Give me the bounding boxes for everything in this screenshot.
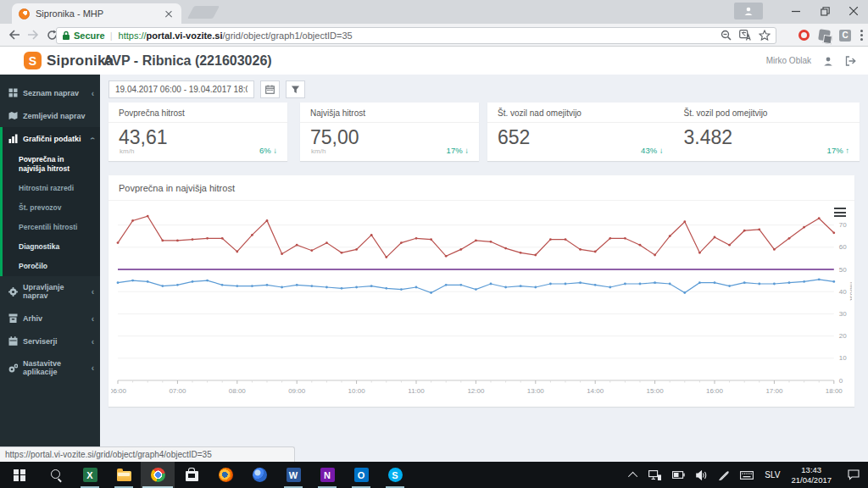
tab-title: Sipronika - MHP [36, 8, 163, 19]
svg-text:13:00: 13:00 [527, 387, 545, 395]
taskbar-word-button[interactable]: W [276, 462, 310, 488]
main-content: Povprečna hitrost43,61km/h6% ↓Najvišja h… [100, 75, 868, 462]
action-center-icon[interactable] [848, 469, 860, 480]
taskbar-outlook-button[interactable]: O [344, 462, 378, 488]
svg-text:70: 70 [839, 221, 847, 229]
sidebar-item-arhiv[interactable]: Arhiv‹ [0, 307, 100, 330]
svg-text:18:00: 18:00 [826, 387, 843, 395]
person-icon [743, 6, 754, 16]
window-minimize-button[interactable] [782, 0, 810, 22]
bookmark-star-icon[interactable] [759, 30, 771, 41]
secure-label[interactable]: Secure [74, 30, 105, 41]
new-tab-button[interactable] [187, 6, 220, 19]
network-icon[interactable] [648, 470, 661, 480]
tray-clock[interactable]: 13:4321/04/2017 [791, 465, 832, 485]
user-name[interactable]: Mirko Oblak [766, 56, 811, 65]
sidebar-item-label: Serviserji [23, 337, 58, 346]
window-close-button[interactable] [839, 0, 868, 22]
taskbar-skype-button[interactable]: S [378, 462, 412, 488]
user-icon[interactable] [823, 56, 833, 66]
tray-time: 13:43 [791, 465, 832, 475]
sidebar-item-serviserji[interactable]: Serviserji‹ [0, 330, 100, 352]
excel-icon: X [83, 468, 97, 482]
sidebar-item-label: Arhiv [23, 314, 42, 323]
sidebar-group-serviserji: Serviserji‹ [0, 330, 100, 352]
svg-text:10: 10 [839, 354, 847, 362]
taskbar-excel-button[interactable]: X [73, 462, 107, 488]
stat-card-najvi-ja-hitrost: Najvišja hitrost75,00km/h17% ↓ [300, 103, 479, 161]
sidebar-subitem-t-prevozov[interactable]: Št. prevozov [3, 198, 100, 218]
zoom-icon[interactable] [721, 30, 732, 41]
sidebar-item-label: Seznam naprav [23, 89, 79, 97]
svg-text:10:00: 10:00 [348, 387, 366, 395]
svg-text:07:00: 07:00 [169, 387, 186, 395]
sidebar-item-upravljanje-naprav[interactable]: Upravljanje naprav‹ [0, 276, 100, 307]
logout-icon[interactable] [845, 56, 856, 66]
filter-button[interactable] [286, 80, 305, 98]
battery-icon[interactable] [672, 471, 685, 479]
map-icon [8, 111, 18, 120]
sidebar-subitem-hitrostni-razredi[interactable]: Hitrostni razredi [3, 179, 100, 198]
tray-chevron-up-icon[interactable] [631, 472, 637, 479]
svg-text:60: 60 [839, 243, 847, 251]
svg-text:17:00: 17:00 [765, 387, 783, 395]
address-bar[interactable]: Secure | https://portal.vi-vozite.si/gri… [56, 27, 776, 44]
date-range-input[interactable] [108, 80, 254, 98]
sidebar-item-nastavitve-aplikacije[interactable]: Nastavitve aplikacije‹ [0, 352, 100, 383]
browser-tab[interactable]: Sipronika - MHP [12, 3, 181, 24]
sipronika-logo: S Sipronika [24, 52, 114, 69]
tray-language[interactable]: SLV [765, 470, 780, 480]
sidebar-item-label: Nastavitve aplikacije [23, 359, 88, 376]
svg-text:08:00: 08:00 [229, 387, 247, 395]
taskbar-google-earth-button[interactable] [242, 462, 276, 488]
keyboard-icon[interactable] [740, 471, 754, 480]
forward-button[interactable] [25, 27, 41, 42]
taskbar-file-explorer-button[interactable] [107, 462, 141, 488]
sidebar-item-grafi-ni-podatki[interactable]: Grafični podatki‹ [3, 127, 100, 150]
grid-icon [8, 88, 18, 97]
extension-avast-icon[interactable] [818, 29, 831, 42]
svg-text:50: 50 [839, 266, 847, 274]
volume-icon[interactable] [696, 470, 708, 480]
calendar-button[interactable] [260, 80, 280, 98]
stat-cards: Povprečna hitrost43,61km/h6% ↓Najvišja h… [108, 103, 860, 161]
sidebar-subitem-diagnostika[interactable]: Diagnostika [3, 237, 100, 257]
onenote-icon: N [320, 468, 335, 482]
sidebar-group-seznam-naprav: Seznam naprav‹ [0, 81, 100, 104]
sidebar-item-seznam-naprav[interactable]: Seznam naprav‹ [0, 81, 100, 104]
taskbar-store-button[interactable] [175, 462, 209, 488]
translate-icon[interactable] [739, 30, 751, 41]
chart-panel: Povprečna in najvišja hitrost 06:0007:00… [108, 175, 854, 407]
svg-text:06:00: 06:00 [111, 387, 127, 395]
archive-icon [8, 313, 18, 323]
sidebar-group-zemljevid-naprav: Zemljevid naprav [0, 104, 100, 127]
sidebar-item-zemljevid-naprav[interactable]: Zemljevid naprav [0, 104, 100, 127]
tab-close-icon[interactable] [163, 8, 175, 19]
window-restore-button[interactable] [810, 0, 839, 22]
taskbar-start-button[interactable] [0, 462, 39, 488]
chevron-down-icon: ‹ [88, 136, 97, 139]
svg-text:15:00: 15:00 [647, 387, 665, 395]
chevron-left-icon: ‹ [92, 363, 94, 373]
taskbar-firefox-button[interactable] [209, 462, 242, 488]
stat-change-badge: 17% ↓ [447, 146, 469, 155]
pen-icon[interactable] [719, 470, 729, 480]
chevron-left-icon: ‹ [92, 88, 94, 97]
browser-menu-icon[interactable] [860, 30, 863, 41]
extension-opera-icon[interactable] [798, 30, 810, 41]
svg-text:11:00: 11:00 [408, 387, 425, 395]
extension-c-icon[interactable]: C [839, 30, 851, 42]
sidebar-subitem-percentili-hitrosti[interactable]: Percentili hitrosti [3, 218, 100, 237]
word-icon: W [287, 468, 301, 482]
taskbar-search-button[interactable] [39, 462, 73, 488]
taskbar-chrome-button[interactable] [141, 462, 175, 488]
sidebar-group-arhiv: Arhiv‹ [0, 307, 100, 330]
taskbar-onenote-button[interactable]: N [310, 462, 344, 488]
back-button[interactable] [7, 27, 22, 42]
sidebar-subitem-poro-ilo[interactable]: Poročilo [3, 257, 100, 276]
browser-profile-avatar[interactable] [734, 3, 763, 19]
sidebar-subitem-povpre-na-in-najvi-ja-hitrost[interactable]: Povprečna in najvišja hitrost [3, 150, 100, 179]
outlook-icon: O [354, 468, 369, 482]
stat-label: Št. vozil pod omejitvijo [674, 103, 860, 123]
sidebar-item-label: Grafični podatki [23, 135, 81, 143]
